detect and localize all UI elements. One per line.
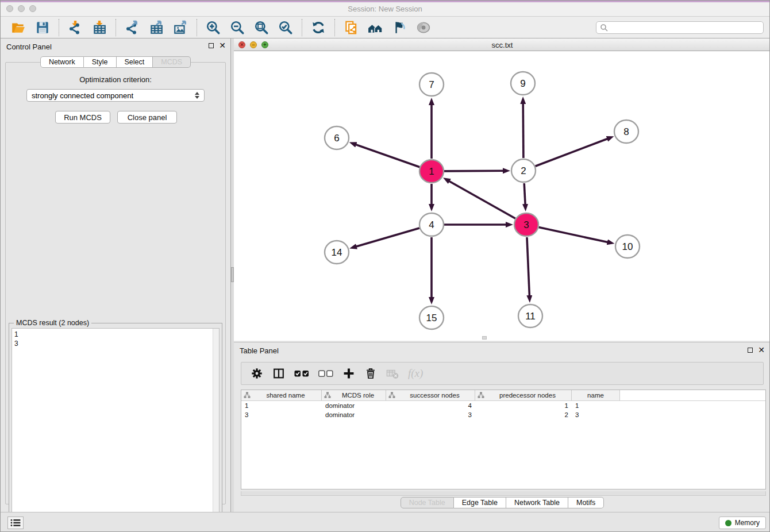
tab-mcds[interactable]: MCDS <box>153 56 191 68</box>
column-label: name <box>574 392 617 399</box>
unchecked-boxes-icon[interactable] <box>318 369 333 378</box>
svg-text:11: 11 <box>525 311 536 322</box>
table-row[interactable]: 1dominator411 <box>241 401 765 410</box>
graph-node-7[interactable]: 7 <box>419 73 444 96</box>
canvas-resize-grip[interactable] <box>482 336 487 340</box>
svg-text:6: 6 <box>334 133 339 144</box>
close-table-panel-icon[interactable]: ✕ <box>758 347 765 353</box>
column-header-successor-nodes[interactable]: successor nodes <box>386 390 475 400</box>
network-window-title: scc.txt <box>234 41 770 49</box>
zoom-in-icon[interactable] <box>205 19 222 36</box>
svg-text:15: 15 <box>426 313 437 323</box>
checked-boxes-icon[interactable] <box>294 369 309 378</box>
open-folder-icon[interactable] <box>10 19 27 36</box>
main-toolbar <box>1 17 769 38</box>
network-view-window: ✕ − + scc.txt 7968124314101511 <box>234 38 770 341</box>
export-network-icon[interactable] <box>124 19 141 36</box>
export-table-icon[interactable] <box>148 19 165 36</box>
zoom-out-icon[interactable] <box>229 19 246 36</box>
edge-2-3 <box>524 183 525 206</box>
import-table-icon[interactable] <box>91 19 108 36</box>
zoom-check-icon[interactable] <box>277 19 294 36</box>
eye-icon <box>415 19 432 36</box>
close-panel-button[interactable]: Close panel <box>117 111 177 124</box>
graph-node-11[interactable]: 11 <box>518 304 542 327</box>
copy-document-icon[interactable] <box>342 19 360 36</box>
gear-icon[interactable] <box>251 367 263 380</box>
control-panel-title: Control Panel <box>6 43 52 51</box>
table-header-row: shared nameMCDS rolesuccessor nodesprede… <box>241 390 765 401</box>
column-header-shared-name[interactable]: shared name <box>241 390 322 400</box>
save-icon[interactable] <box>34 19 51 36</box>
edge-3-11 <box>527 237 530 297</box>
mcds-result-group: MCDS result (2 nodes) 13 <box>9 323 222 532</box>
graph-node-6[interactable]: 6 <box>325 126 349 149</box>
memory-button[interactable]: Memory <box>719 516 766 529</box>
result-line: 3 <box>14 339 217 348</box>
tab-node-table[interactable]: Node Table <box>401 497 454 508</box>
task-history-button[interactable] <box>7 516 24 529</box>
toolbar-separator <box>197 19 197 36</box>
cell-predecessor-nodes: 1 <box>475 401 572 410</box>
application-window: Session: New Session Control Panel ✕ Net… <box>0 0 770 532</box>
graph-node-4[interactable]: 4 <box>419 213 444 236</box>
import-network-icon[interactable] <box>67 19 84 36</box>
table-panel: Table Panel ✕ f(x) shared nameMCDS roles… <box>234 342 770 512</box>
tab-select[interactable]: Select <box>117 56 153 68</box>
tab-network-table[interactable]: Network Table <box>506 497 568 508</box>
svg-text:10: 10 <box>622 241 633 252</box>
tab-motifs[interactable]: Motifs <box>568 497 604 508</box>
tab-style[interactable]: Style <box>84 56 117 68</box>
graph-node-1[interactable]: 1 <box>419 160 444 183</box>
result-scrollbar[interactable] <box>213 329 219 532</box>
refresh-icon[interactable] <box>310 19 327 36</box>
network-window-titlebar[interactable]: ✕ − + scc.txt <box>234 38 770 51</box>
table-row[interactable]: 3dominator323 <box>241 410 765 419</box>
graph-node-10[interactable]: 10 <box>615 235 640 258</box>
cell-shared-name: 3 <box>241 410 322 419</box>
cell-name: 1 <box>572 401 620 410</box>
graph-node-9[interactable]: 9 <box>511 72 535 95</box>
tab-network[interactable]: Network <box>40 56 84 68</box>
mcds-panel: Optimization criterion: strongly connect… <box>5 62 226 504</box>
column-header-MCDS-role[interactable]: MCDS role <box>322 390 386 400</box>
column-header-name[interactable]: name <box>572 390 620 400</box>
column-label: predecessor nodes <box>486 392 569 399</box>
network-canvas[interactable]: 7968124314101511 <box>234 51 770 341</box>
zoom-fit-icon[interactable] <box>253 19 270 36</box>
graph-node-14[interactable]: 14 <box>325 241 349 264</box>
column-label: successor nodes <box>397 392 472 399</box>
search-box[interactable] <box>596 21 764 34</box>
trash-icon[interactable] <box>364 367 377 380</box>
svg-text:1: 1 <box>429 166 434 177</box>
optimization-criterion-select[interactable]: strongly connected component <box>26 89 205 102</box>
column-label: shared name <box>252 392 319 399</box>
float-panel-icon[interactable] <box>209 43 214 48</box>
run-mcds-button[interactable]: Run MCDS <box>55 111 110 124</box>
float-table-panel-icon[interactable] <box>748 348 753 353</box>
export-image-icon[interactable] <box>172 19 189 36</box>
edge-1-2 <box>444 171 505 171</box>
graph-node-3[interactable]: 3 <box>514 213 538 236</box>
edge-4-14 <box>355 228 419 247</box>
mcds-result-text[interactable]: 13 <box>11 328 220 532</box>
close-panel-icon[interactable]: ✕ <box>219 43 226 49</box>
columns-icon[interactable] <box>272 367 285 380</box>
column-header-predecessor-nodes[interactable]: predecessor nodes <box>475 390 572 400</box>
edge-3-10 <box>539 228 609 242</box>
window-title: Session: New Session <box>1 5 769 13</box>
table-type-tabs: Node TableEdge TableNetwork TableMotifs <box>234 497 770 508</box>
function-icon: f(x) <box>408 367 423 380</box>
cell-predecessor-nodes: 2 <box>475 410 572 419</box>
column-type-icon <box>478 392 484 399</box>
search-input[interactable] <box>608 23 760 32</box>
table-delete-icon <box>386 367 399 380</box>
flag-icon[interactable] <box>391 19 408 36</box>
tab-edge-table[interactable]: Edge Table <box>454 497 506 508</box>
graph-node-2[interactable]: 2 <box>511 159 536 182</box>
houses-icon[interactable] <box>367 19 384 36</box>
plus-icon[interactable] <box>342 367 355 380</box>
table-footer-strip <box>241 491 766 496</box>
graph-node-8[interactable]: 8 <box>614 120 638 143</box>
graph-node-15[interactable]: 15 <box>419 306 444 329</box>
